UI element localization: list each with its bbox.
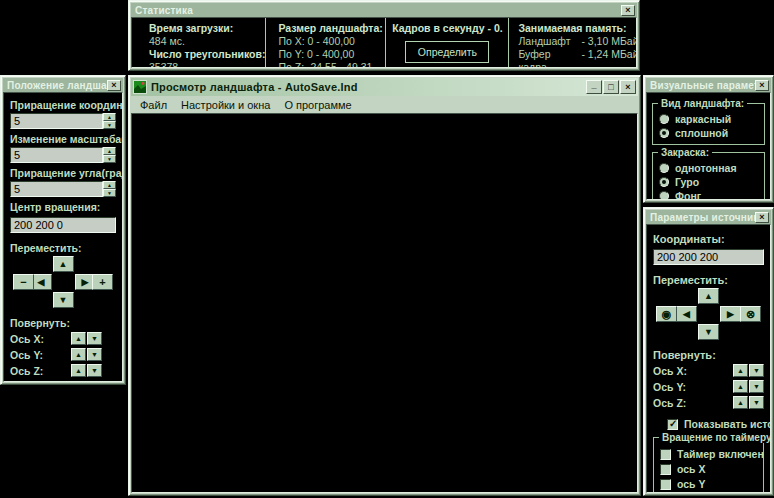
rotate-z-row: Ось Z: ▲ ▼ bbox=[10, 363, 116, 378]
size-x: По X: 0 - 400,00 bbox=[278, 35, 385, 48]
close-icon: × bbox=[111, 81, 116, 90]
checkbox-icon bbox=[667, 419, 678, 430]
rotate-x-down-button[interactable]: ▼ bbox=[87, 332, 102, 345]
close-button[interactable]: × bbox=[620, 80, 636, 94]
memory-label: Занимаемая память: bbox=[518, 22, 637, 35]
light-right-button[interactable]: ▶ bbox=[720, 306, 741, 322]
show-source-label: Показывать источник bbox=[684, 418, 771, 430]
right-arrow-icon: ▶ bbox=[727, 310, 734, 319]
coord-step-input[interactable] bbox=[10, 113, 103, 129]
minimize-button[interactable]: _ bbox=[586, 80, 602, 94]
light-rotate-x-down-button[interactable]: ▼ bbox=[749, 364, 764, 377]
rotation-center-input[interactable] bbox=[10, 217, 116, 233]
stats-col-load: Время загрузки: 484 мс. Число треугольни… bbox=[132, 18, 265, 67]
shading-group-label: Закраска: bbox=[658, 147, 712, 158]
light-down-button[interactable]: ▼ bbox=[698, 324, 719, 340]
angle-step-spinner: ▲ ▼ bbox=[103, 181, 116, 197]
app-icon bbox=[133, 80, 147, 94]
position-titlebar[interactable]: Положение ландшафта × bbox=[3, 78, 123, 92]
size-label: Размер ландшафта: bbox=[278, 22, 385, 35]
timer-axis-x-checkbox-row[interactable]: ось X bbox=[660, 463, 759, 475]
spin-up-icon: ▲ bbox=[107, 183, 112, 188]
spin-up-icon: ▲ bbox=[107, 149, 112, 154]
position-close-button[interactable]: × bbox=[107, 80, 121, 91]
scale-step-field: ▲ ▼ bbox=[10, 147, 116, 163]
landscape-viewport[interactable] bbox=[131, 113, 638, 493]
visual-close-button[interactable]: × bbox=[755, 80, 769, 91]
light-away-button[interactable]: ⊗ bbox=[740, 306, 761, 322]
move-up-button[interactable]: ▲ bbox=[53, 256, 74, 272]
coord-step-spinner: ▲ ▼ bbox=[103, 113, 116, 129]
measure-fps-button[interactable]: Определить bbox=[405, 41, 489, 63]
close-icon: × bbox=[625, 6, 630, 15]
light-up-button[interactable]: ▲ bbox=[698, 288, 719, 304]
minus-icon: − bbox=[20, 277, 26, 288]
rotate-y-up-button[interactable]: ▲ bbox=[71, 348, 86, 361]
radio-wireframe-label: каркасный bbox=[675, 113, 731, 125]
rotate-y-down-button[interactable]: ▼ bbox=[87, 348, 102, 361]
radio-gouraud[interactable]: Гуро bbox=[659, 176, 760, 188]
statistics-titlebar[interactable]: Статистика × bbox=[131, 3, 637, 17]
timer-axis-y-checkbox-row[interactable]: ось Y bbox=[660, 478, 759, 490]
axis-y-label: Ось Y: bbox=[653, 381, 732, 393]
menu-file[interactable]: Файл bbox=[133, 98, 174, 112]
maximize-icon: □ bbox=[608, 83, 613, 92]
triangles-label: Число треугольников: bbox=[149, 48, 265, 61]
size-y: По Y: 0 - 400,00 bbox=[278, 48, 385, 61]
spin-up-button[interactable]: ▲ bbox=[103, 147, 116, 155]
spin-down-button[interactable]: ▼ bbox=[103, 189, 116, 197]
radio-wireframe[interactable]: каркасный bbox=[659, 113, 760, 125]
timer-enabled-checkbox-row[interactable]: Таймер включен bbox=[660, 448, 759, 460]
rotate-x-up-button[interactable]: ▲ bbox=[71, 332, 86, 345]
down-arrow-icon: ▼ bbox=[753, 399, 760, 406]
light-titlebar[interactable]: Параметры источника света × bbox=[646, 210, 771, 224]
menu-settings-windows[interactable]: Настройки и окна bbox=[174, 98, 277, 112]
menu-about[interactable]: О программе bbox=[277, 98, 358, 112]
show-source-checkbox-row[interactable]: Показывать источник bbox=[667, 418, 764, 430]
spin-up-button[interactable]: ▲ bbox=[103, 181, 116, 189]
circle-dot-icon: ◉ bbox=[662, 309, 672, 320]
move-down-button[interactable]: ▼ bbox=[53, 292, 74, 308]
light-rotate-z-up-button[interactable]: ▲ bbox=[733, 396, 748, 409]
coord-step-label: Приращение координат: bbox=[10, 99, 116, 111]
viewer-titlebar[interactable]: Просмотр ландшафта - AutoSave.lnd _ □ × bbox=[131, 78, 638, 96]
rotate-y-row: Ось Y: ▲ ▼ bbox=[10, 347, 116, 362]
light-rotate-y-down-button[interactable]: ▼ bbox=[749, 380, 764, 393]
spin-up-button[interactable]: ▲ bbox=[103, 113, 116, 121]
down-arrow-icon: ▼ bbox=[704, 328, 713, 337]
angle-step-field: ▲ ▼ bbox=[10, 181, 116, 197]
radio-solid[interactable]: сплошной bbox=[659, 127, 760, 139]
rotate-label: Повернуть: bbox=[653, 349, 764, 361]
zoom-out-button[interactable]: − bbox=[13, 274, 34, 290]
radio-phong[interactable]: Фонг bbox=[659, 190, 760, 200]
move-pad: ▲ − ◀ ▶ + ▼ bbox=[10, 256, 116, 309]
up-arrow-icon: ▲ bbox=[75, 367, 82, 374]
light-coords-input[interactable] bbox=[653, 249, 764, 265]
statistics-window: Статистика × Время загрузки: 484 мс. Чис… bbox=[128, 0, 640, 71]
up-arrow-icon: ▲ bbox=[59, 260, 68, 269]
spin-down-button[interactable]: ▼ bbox=[103, 121, 116, 129]
rotate-z-down-button[interactable]: ▼ bbox=[87, 364, 102, 377]
light-left-button[interactable]: ◀ bbox=[676, 306, 697, 322]
scale-step-input[interactable] bbox=[10, 147, 103, 163]
visual-titlebar[interactable]: Визуальные параметры × bbox=[646, 78, 771, 92]
zoom-in-button[interactable]: + bbox=[92, 274, 113, 290]
light-close-button[interactable]: × bbox=[755, 212, 769, 223]
maximize-button[interactable]: □ bbox=[603, 80, 619, 94]
light-toward-button[interactable]: ◉ bbox=[656, 306, 677, 322]
light-rotate-z-down-button[interactable]: ▼ bbox=[749, 396, 764, 409]
move-label: Переместить: bbox=[653, 274, 764, 286]
spin-down-button[interactable]: ▼ bbox=[103, 155, 116, 163]
rotate-z-up-button[interactable]: ▲ bbox=[71, 364, 86, 377]
light-rotate-y-up-button[interactable]: ▲ bbox=[733, 380, 748, 393]
left-arrow-icon: ◀ bbox=[38, 278, 45, 287]
statistics-close-button[interactable]: × bbox=[621, 5, 635, 16]
radio-flat[interactable]: однотонная bbox=[659, 162, 760, 174]
landscape-position-panel: Положение ландшафта × Приращение координ… bbox=[0, 75, 126, 385]
up-arrow-icon: ▲ bbox=[737, 367, 744, 374]
axis-z-label: Ось Z: bbox=[10, 365, 70, 377]
checkbox-icon bbox=[660, 479, 671, 490]
angle-step-input[interactable] bbox=[10, 181, 103, 197]
up-arrow-icon: ▲ bbox=[737, 383, 744, 390]
light-rotate-x-up-button[interactable]: ▲ bbox=[733, 364, 748, 377]
